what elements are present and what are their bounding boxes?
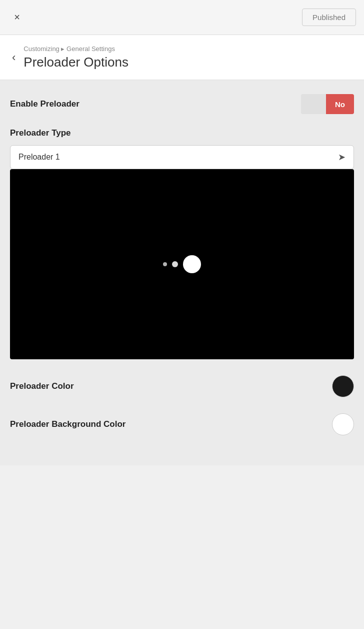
breadcrumb: Customizing ▸ General Settings <box>24 45 128 53</box>
dropdown-selected-value: Preloader 1 <box>18 153 60 162</box>
back-icon: ‹ <box>12 51 16 64</box>
title-content: Customizing ▸ General Settings Preloader… <box>24 45 128 70</box>
preloader-background-color-swatch[interactable] <box>332 413 354 435</box>
preloader-color-row: Preloader Color <box>10 375 354 397</box>
published-button[interactable]: Published <box>302 9 356 26</box>
enable-preloader-label: Enable Preloader <box>10 99 80 109</box>
chevron-down-icon: ➤ <box>338 152 346 163</box>
dots-animation <box>163 255 201 273</box>
dot-1 <box>163 262 167 266</box>
preloader-color-label: Preloader Color <box>10 381 74 391</box>
preloader-background-color-label: Preloader Background Color <box>10 419 126 429</box>
page-title: Preloader Options <box>24 55 128 70</box>
toggle-no-label[interactable]: No <box>326 94 354 114</box>
preloader-preview <box>10 169 354 359</box>
main-content: Enable Preloader No Preloader Type Prelo… <box>0 80 364 465</box>
dot-2 <box>172 261 178 267</box>
preloader-type-dropdown[interactable]: Preloader 1 ➤ <box>10 145 354 169</box>
enable-preloader-row: Enable Preloader No <box>10 94 354 114</box>
toggle-inactive-area <box>301 94 326 114</box>
top-bar: × Published <box>0 0 364 35</box>
close-icon: × <box>14 12 20 23</box>
back-button[interactable]: ‹ <box>12 51 16 64</box>
title-area: ‹ Customizing ▸ General Settings Preload… <box>0 35 364 80</box>
enable-preloader-toggle[interactable]: No <box>301 94 354 114</box>
preloader-background-color-row: Preloader Background Color <box>10 413 354 435</box>
preloader-color-swatch[interactable] <box>332 375 354 397</box>
preloader-type-label: Preloader Type <box>10 128 354 138</box>
dot-3 <box>183 255 201 273</box>
preloader-type-section: Preloader Type Preloader 1 ➤ <box>10 128 354 169</box>
close-button[interactable]: × <box>8 9 26 27</box>
